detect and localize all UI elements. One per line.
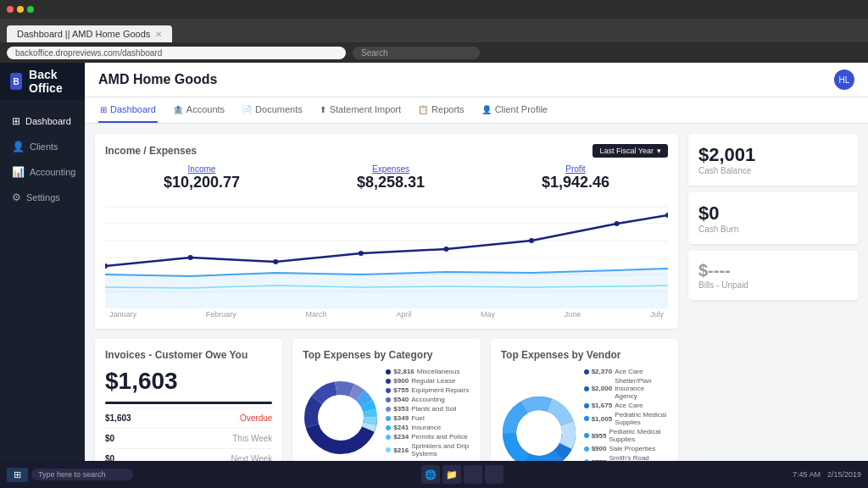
cash-burn-value: $0	[698, 202, 848, 225]
sidebar-label-accounting: Accounting	[30, 167, 75, 177]
svg-point-25	[326, 402, 356, 433]
category-legend: $2,816 Miscellaneous $900 Regular Lease	[386, 368, 470, 461]
subnav-statement[interactable]: ⬆ Statement Import	[318, 97, 403, 123]
active-tab[interactable]: Dashboard || AMD Home Goods ✕	[7, 25, 172, 42]
legend-dot	[386, 388, 391, 393]
tab-title: Dashboard || AMD Home Goods	[17, 29, 150, 39]
subnav-dashboard-label: Dashboard	[110, 104, 156, 114]
category-donut-svg	[303, 380, 379, 456]
sidebar-item-clients[interactable]: 👤 Clients	[0, 134, 85, 159]
svg-point-12	[529, 238, 534, 243]
category-title: Top Expenses by Category	[303, 349, 470, 361]
sidebar-menu: ⊞ Dashboard 👤 Clients 📊 Accounting ⚙ Set…	[0, 100, 85, 461]
legend-dot	[386, 407, 391, 412]
profit-label: Profit	[542, 164, 609, 174]
address-input[interactable]: backoffice.dropreviews.com/dashboard	[7, 47, 346, 59]
legend-dot	[584, 369, 589, 374]
vendor-donut-svg	[501, 395, 577, 462]
bottom-row: Invoices - Customer Owe You $1,603 $1,60…	[95, 339, 678, 461]
sidebar-item-accounting[interactable]: 📊 Accounting	[0, 159, 85, 185]
legend-item: $900 Sale Properties	[584, 445, 668, 452]
legend-item: $234 Permits and Police	[386, 433, 470, 441]
chart-title: Income / Expenses	[105, 145, 197, 157]
logo-icon: B	[10, 73, 22, 90]
browser-search[interactable]: Search	[353, 47, 480, 59]
chart-svg	[105, 198, 668, 308]
subnav-reports-icon: 📋	[418, 105, 428, 114]
subnav-client-profile[interactable]: 👤 Client Profile	[480, 97, 549, 123]
legend-item: $755 Smith's Road Warriors BodyShop	[584, 454, 668, 461]
sidebar-logo: B Back Office	[0, 63, 85, 100]
legend-dot	[386, 447, 391, 452]
category-donut-content: $2,816 Miscellaneous $900 Regular Lease	[303, 368, 470, 461]
subnav-accounts-label: Accounts	[186, 104, 225, 114]
income-label: Income	[164, 164, 240, 174]
expenses-label: Expenses	[357, 164, 425, 174]
browser-chrome	[0, 0, 868, 19]
legend-dot	[584, 433, 589, 438]
taskbar: ⊞ Type here to search 🌐 📁 🛍 ✉ 7:45 AM 2/…	[0, 461, 868, 488]
date-filter-button[interactable]: Last Fiscal Year ▾	[593, 144, 668, 158]
sidebar-label-settings: Settings	[26, 192, 60, 202]
label-apr: April	[396, 310, 411, 319]
svg-point-10	[359, 251, 364, 256]
next-week-label: Next Week	[231, 454, 273, 461]
legend-item: $540 Accounting	[386, 396, 470, 403]
taskbar-icon-mail[interactable]: ✉	[485, 465, 504, 484]
main-content: AMD Home Goods HL ⊞ Dashboard 🏦 Accounts…	[85, 63, 868, 461]
subnav-documents[interactable]: 📄 Documents	[240, 97, 304, 123]
expenses-metric: Expenses $8,258.31	[357, 164, 425, 191]
vendor-title: Top Expenses by Vendor	[501, 349, 668, 361]
tab-close-icon[interactable]: ✕	[155, 30, 162, 39]
sidebar-item-dashboard[interactable]: ⊞ Dashboard	[0, 108, 85, 134]
subnav-documents-icon: 📄	[242, 105, 252, 114]
cash-balance-card: $2,001 Cash Balance	[688, 134, 858, 186]
sidebar-label-clients: Clients	[30, 141, 58, 152]
chevron-down-icon: ▾	[657, 147, 661, 155]
bills-unpaid-value: $----	[698, 261, 848, 280]
close-dot[interactable]	[7, 6, 14, 13]
subnav-reports[interactable]: 📋 Reports	[416, 97, 466, 123]
label-mar: March	[305, 310, 326, 319]
start-button[interactable]: ⊞	[7, 468, 28, 482]
minimize-dot[interactable]	[17, 6, 24, 13]
app-container: B Back Office ⊞ Dashboard 👤 Clients 📊 Ac…	[0, 63, 868, 461]
avatar: HL	[834, 69, 854, 90]
legend-item: $349 Fuel	[386, 414, 470, 422]
dashboard-icon: ⊞	[12, 115, 20, 127]
bills-unpaid-label: Bills - Unpaid	[698, 280, 848, 290]
legend-dot	[386, 425, 391, 430]
sidebar: B Back Office ⊞ Dashboard 👤 Clients 📊 Ac…	[0, 63, 85, 461]
income-metric: Income $10,200.77	[164, 164, 240, 191]
subnav-accounts[interactable]: 🏦 Accounts	[171, 97, 226, 123]
content-left: Income / Expenses Last Fiscal Year ▾ Inc…	[95, 134, 678, 451]
label-jun: June	[565, 310, 581, 319]
logo-text: Back Office	[29, 68, 75, 95]
taskbar-icon-explorer[interactable]: 📁	[442, 465, 461, 484]
legend-dot	[584, 403, 589, 408]
invoice-row-this-week: $0 This Week	[105, 428, 272, 448]
accounting-icon: 📊	[12, 166, 25, 178]
subnav-dashboard[interactable]: ⊞ Dashboard	[98, 97, 158, 123]
legend-item: $241 Insurance	[386, 424, 470, 431]
profit-metric: Profit $1,942.46	[542, 164, 609, 191]
subnav-dashboard-icon: ⊞	[100, 105, 107, 114]
this-week-amount: $0	[105, 434, 114, 443]
taskbar-icon-edge[interactable]: 🌐	[421, 465, 440, 484]
taskbar-search[interactable]: Type here to search	[31, 469, 133, 480]
topbar-right: HL	[834, 69, 854, 90]
svg-point-14	[665, 213, 668, 218]
vendor-legend: $2,370 Ace Care $2,000 Shelter/Plan Insu…	[584, 368, 668, 461]
subnav-client-label: Client Profile	[495, 104, 548, 114]
topbar: AMD Home Goods HL	[85, 63, 868, 97]
sidebar-item-settings[interactable]: ⚙ Settings	[0, 185, 85, 210]
maximize-dot[interactable]	[27, 6, 34, 13]
taskbar-icon-store[interactable]: 🛍	[464, 465, 482, 484]
legend-item: $2,370 Ace Care	[584, 368, 668, 375]
legend-item: $1,675 Ace Care	[584, 402, 668, 409]
legend-item: $216 Sprinklers and Drip Systems	[386, 442, 470, 458]
taskbar-time: 7:45 AM	[793, 470, 821, 479]
invoices-total: $1,603	[105, 368, 272, 395]
label-feb: February	[206, 310, 236, 319]
settings-icon: ⚙	[12, 191, 21, 203]
